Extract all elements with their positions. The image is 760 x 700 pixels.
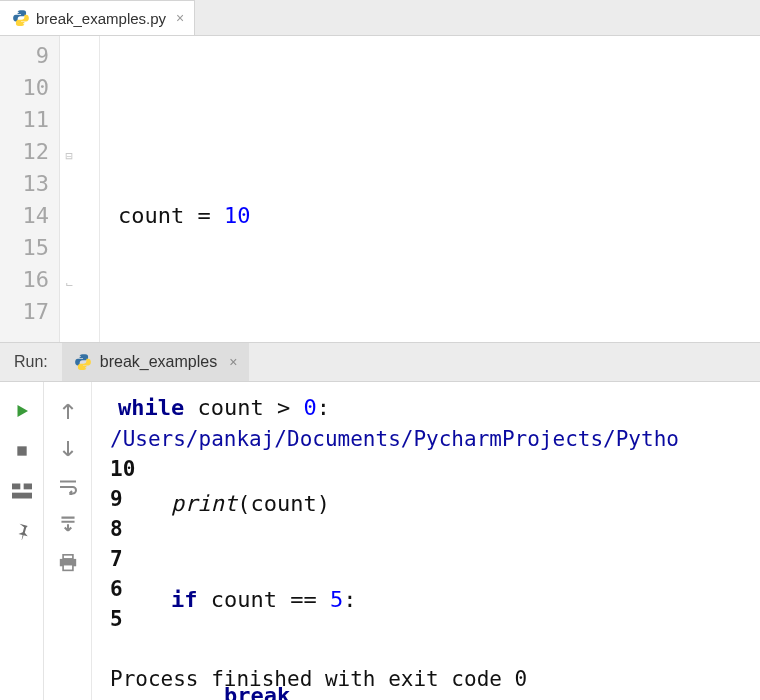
line-number: 9 (0, 40, 49, 72)
line-number-gutter: 9 10 11 12 13 14 15 16 17 (0, 36, 60, 342)
fold-start-icon[interactable]: ⊟ (62, 140, 76, 154)
svg-rect-1 (12, 484, 20, 490)
line-number: 12 (0, 136, 49, 168)
down-arrow-button[interactable] (55, 436, 81, 462)
svg-rect-0 (17, 446, 26, 455)
run-toolwindow-header: Run: break_examples × (0, 342, 760, 382)
code-editor[interactable]: 9 10 11 12 13 14 15 16 17 ⊟ ⌙ count = 10… (0, 36, 760, 342)
line-number: 17 (0, 296, 49, 328)
output-line: 10 (110, 457, 135, 481)
stop-button[interactable] (9, 438, 35, 464)
run-panel: /Users/pankaj/Documents/PycharmProjects/… (0, 382, 760, 700)
output-line: 9 (110, 487, 123, 511)
interpreter-path: /Users/pankaj/Documents/PycharmProjects/… (110, 427, 679, 451)
code-content[interactable]: count = 10 while count > 0: print(count)… (100, 36, 760, 342)
run-toolbar (0, 382, 44, 700)
run-config-name: break_examples (100, 353, 217, 371)
close-run-tab-icon[interactable]: × (229, 354, 237, 370)
editor-tab-filename: break_examples.py (36, 10, 166, 27)
output-line: 8 (110, 517, 123, 541)
rerun-button[interactable] (9, 398, 35, 424)
python-run-icon (74, 353, 92, 371)
pin-button[interactable] (9, 518, 35, 544)
line-number: 13 (0, 168, 49, 200)
line-number: 11 (0, 104, 49, 136)
output-line: 5 (110, 607, 123, 631)
fold-end-icon[interactable]: ⌙ (62, 268, 76, 282)
svg-rect-3 (12, 493, 32, 499)
python-file-icon (12, 9, 30, 27)
line-number: 14 (0, 200, 49, 232)
exit-message: Process finished with exit code 0 (110, 667, 527, 691)
output-line: 7 (110, 547, 123, 571)
line-number: 16 (0, 264, 49, 296)
run-config-tab[interactable]: break_examples × (62, 343, 250, 381)
editor-tab-break-examples[interactable]: break_examples.py × (0, 0, 195, 35)
line-number: 10 (0, 72, 49, 104)
run-label: Run: (0, 353, 62, 371)
svg-rect-6 (63, 565, 73, 571)
svg-rect-4 (63, 555, 73, 559)
line-number: 15 (0, 232, 49, 264)
svg-rect-2 (23, 484, 31, 490)
editor-tab-bar: break_examples.py × (0, 0, 760, 36)
close-tab-icon[interactable]: × (176, 10, 184, 26)
print-button[interactable] (55, 550, 81, 576)
up-arrow-button[interactable] (55, 398, 81, 424)
layout-button[interactable] (9, 478, 35, 504)
fold-gutter: ⊟ ⌙ (60, 36, 100, 342)
scroll-to-end-button[interactable] (55, 512, 81, 538)
console-output[interactable]: /Users/pankaj/Documents/PycharmProjects/… (92, 382, 760, 700)
soft-wrap-button[interactable] (55, 474, 81, 500)
console-nav-toolbar (44, 382, 92, 700)
output-line: 6 (110, 577, 123, 601)
